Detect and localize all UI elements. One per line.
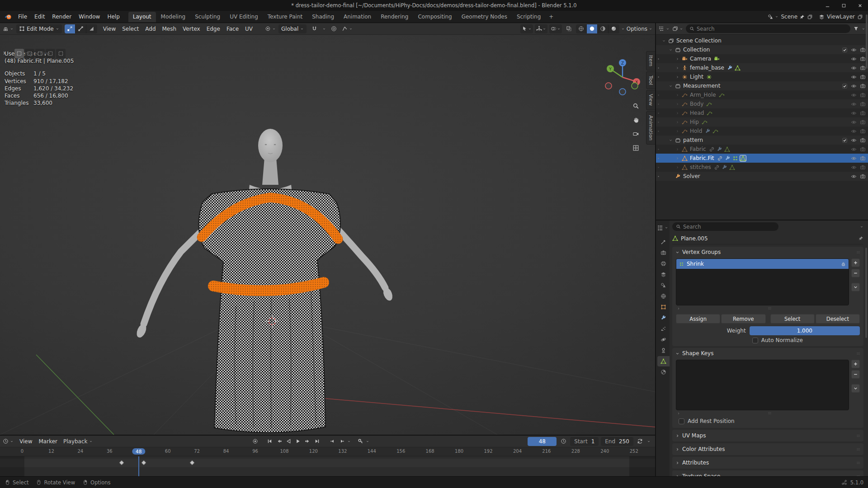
- viewport-menu[interactable]: UV: [242, 24, 256, 33]
- overlays-dropdown[interactable]: [549, 24, 562, 33]
- sidebar-tab[interactable]: Item: [646, 51, 655, 70]
- hide-viewport-toggle[interactable]: [851, 155, 857, 161]
- workspace-tab[interactable]: Texture Paint: [263, 12, 307, 22]
- outliner-filter-dropdown[interactable]: [862, 27, 865, 31]
- breadcrumb-object-name[interactable]: Plane.005: [681, 235, 708, 242]
- expand-icon[interactable]: [675, 111, 680, 115]
- select-mode-new-button[interactable]: [14, 49, 24, 58]
- material-tab-button[interactable]: [657, 367, 670, 377]
- viewport-canvas[interactable]: User Perspective (48) Fabric.Fit | Plane…: [0, 35, 655, 435]
- workspace-tab[interactable]: Modeling: [156, 12, 190, 22]
- properties-editor-type-button[interactable]: [657, 223, 668, 233]
- hide-render-toggle[interactable]: [860, 164, 866, 170]
- hide-render-toggle[interactable]: [860, 137, 866, 143]
- hide-viewport-toggle[interactable]: [851, 74, 857, 80]
- new-scene-button[interactable]: [807, 14, 813, 20]
- toolbar-expand-button[interactable]: [1, 50, 7, 56]
- hide-render-toggle[interactable]: [860, 92, 866, 98]
- hide-viewport-toggle[interactable]: [851, 146, 857, 152]
- lock-icon[interactable]: [841, 262, 846, 267]
- hide-render-toggle[interactable]: [860, 101, 866, 107]
- timeline-menu[interactable]: Marker: [35, 437, 60, 446]
- collapse-icon[interactable]: [661, 39, 667, 43]
- next-frame-button[interactable]: [338, 437, 347, 446]
- vertex-groups-panel-header[interactable]: Vertex Groups: [672, 247, 863, 258]
- next-keyframe-button[interactable]: [303, 437, 312, 446]
- collapse-icon[interactable]: [668, 84, 674, 88]
- properties-filter-dropdown[interactable]: [860, 225, 863, 229]
- outliner-row[interactable]: Hold: [656, 127, 868, 136]
- expand-icon[interactable]: [675, 102, 680, 106]
- properties-scrollbar[interactable]: [865, 248, 867, 338]
- object-tab-button[interactable]: [657, 302, 670, 312]
- outliner-row[interactable]: Light: [656, 72, 868, 81]
- add-rest-position-checkbox[interactable]: [679, 418, 684, 424]
- outliner-row[interactable]: Collection: [656, 45, 868, 54]
- outliner-filter-button[interactable]: [853, 26, 859, 32]
- blender-menu-button[interactable]: [2, 13, 14, 20]
- constraints-tab-button[interactable]: [657, 345, 670, 356]
- playhead[interactable]: [138, 456, 139, 476]
- gizmos-dropdown[interactable]: [535, 24, 547, 33]
- add-workspace-button[interactable]: +: [546, 13, 557, 21]
- collection-checkbox[interactable]: [842, 47, 848, 53]
- scene-tab-button[interactable]: [657, 280, 670, 291]
- expand-icon[interactable]: [675, 129, 680, 133]
- options-dropdown[interactable]: Options: [627, 26, 652, 32]
- shading-material-button[interactable]: [598, 24, 609, 33]
- workspace-tab[interactable]: Compositing: [413, 12, 456, 22]
- timeline-track[interactable]: [0, 456, 655, 476]
- menu-item[interactable]: Edit: [31, 12, 48, 21]
- hide-viewport-toggle[interactable]: [851, 56, 857, 62]
- menu-item[interactable]: Help: [104, 12, 123, 21]
- hide-render-toggle[interactable]: [860, 47, 866, 53]
- select-mode-extend-button[interactable]: [25, 49, 34, 58]
- scene-name[interactable]: Scene: [781, 14, 797, 20]
- snap-settings-dropdown[interactable]: [322, 27, 326, 31]
- menu-item[interactable]: Window: [75, 12, 104, 21]
- viewport-menu[interactable]: Mesh: [159, 24, 180, 33]
- hide-render-toggle[interactable]: [860, 74, 866, 80]
- particles-tab-button[interactable]: [657, 324, 670, 334]
- expand-icon[interactable]: [675, 57, 680, 61]
- hide-render-toggle[interactable]: [860, 174, 866, 179]
- outliner-row[interactable]: Hip: [656, 117, 868, 127]
- transform-orientation-dropdown[interactable]: Global: [278, 24, 307, 33]
- shading-settings-dropdown[interactable]: [621, 27, 625, 31]
- select-mode-invert-button[interactable]: [46, 49, 55, 58]
- playback-sync-button[interactable]: [636, 437, 645, 446]
- viewport-menu[interactable]: Face: [223, 24, 242, 33]
- minimize-button[interactable]: [819, 0, 835, 11]
- expand-icon[interactable]: [675, 120, 680, 124]
- outliner-row[interactable]: Body: [656, 99, 868, 108]
- render-tab-button[interactable]: [657, 248, 670, 258]
- outliner-row[interactable]: Solver: [656, 172, 868, 181]
- menu-item[interactable]: File: [14, 12, 31, 21]
- outliner-search-input[interactable]: [697, 26, 847, 32]
- hide-viewport-toggle[interactable]: [851, 110, 857, 116]
- hide-viewport-toggle[interactable]: [851, 164, 857, 170]
- vertex-select-mode-button[interactable]: [65, 24, 75, 33]
- edge-select-mode-button[interactable]: [75, 24, 86, 33]
- outliner-row[interactable]: stitches: [656, 163, 868, 172]
- collapsed-panel-header[interactable]: Color Attributes: [672, 443, 863, 455]
- outliner-row[interactable]: Camera: [656, 54, 868, 63]
- jump-to-start-button[interactable]: [265, 437, 274, 446]
- camera-view-button[interactable]: [631, 129, 641, 139]
- hide-viewport-toggle[interactable]: [851, 128, 857, 134]
- workspace-tab[interactable]: Geometry Nodes: [457, 12, 512, 22]
- workspace-tab[interactable]: Animation: [339, 12, 376, 22]
- timeline-editor-type-button[interactable]: [3, 438, 14, 444]
- outliner-row[interactable]: Measurement: [656, 81, 868, 90]
- playhead-frame-label[interactable]: 48: [132, 448, 145, 455]
- expand-icon[interactable]: [675, 93, 680, 97]
- xray-toggle-button[interactable]: [564, 24, 574, 33]
- sidebar-tab[interactable]: Animation: [646, 111, 655, 145]
- pivot-point-dropdown[interactable]: [265, 26, 276, 32]
- hide-viewport-toggle[interactable]: [851, 65, 857, 71]
- properties-search-input[interactable]: [683, 224, 775, 230]
- playback-sync-dropdown[interactable]: [647, 440, 651, 443]
- shading-rendered-button[interactable]: [609, 24, 619, 33]
- select-mode-intersect-button[interactable]: [56, 49, 66, 58]
- previous-keyframe-button[interactable]: [275, 437, 284, 446]
